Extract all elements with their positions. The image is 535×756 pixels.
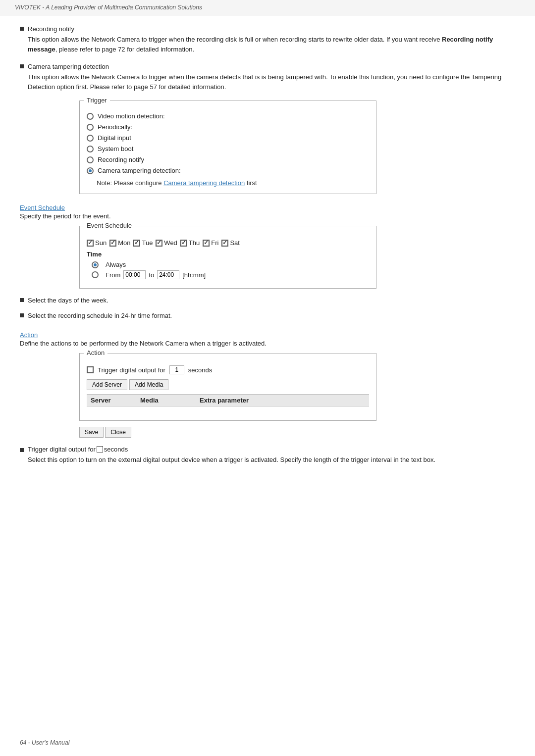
radio-recording-notify[interactable]: [87, 156, 94, 163]
trigger-label-4: Recording notify: [98, 156, 144, 163]
checkbox-tue[interactable]: [133, 240, 140, 247]
from-row[interactable]: From to [hh:mm]: [87, 270, 369, 279]
camera-tampering-section: Camera tampering detection This option a…: [20, 63, 515, 92]
select-days-text: Select the days of the week.: [28, 297, 108, 304]
always-label: Always: [106, 261, 126, 268]
select-schedule-text: Select the recording schedule in 24-hr t…: [28, 312, 172, 319]
action-subtext: Define the actions to be performed by th…: [20, 340, 515, 347]
select-days-bullet: Select the days of the week.: [20, 297, 515, 304]
bullet-icon: [20, 448, 24, 452]
trigger-label-0: Video motion detection:: [98, 112, 165, 120]
checkbox-sat[interactable]: [221, 240, 228, 247]
day-fri[interactable]: Fri: [203, 239, 218, 247]
day-sun-label: Sun: [95, 239, 107, 247]
action-link[interactable]: Action: [20, 331, 38, 339]
time-label: Time: [87, 251, 369, 258]
day-thu-label: Thu: [189, 239, 200, 247]
bullet-icon: [20, 64, 24, 68]
save-close-row: Save Close: [79, 427, 515, 438]
day-wed-label: Wed: [164, 239, 177, 247]
trigger-option-2[interactable]: Digital input: [87, 134, 369, 142]
day-tue[interactable]: Tue: [133, 239, 153, 247]
col-media-header: Media: [136, 397, 196, 404]
trigger-label-3: System boot: [98, 145, 133, 152]
page-footer: 64 - User's Manual: [20, 739, 69, 746]
day-wed[interactable]: Wed: [156, 239, 177, 247]
to-label: to: [149, 271, 154, 279]
trigger-legend: Trigger: [84, 97, 110, 104]
radio-system-boot[interactable]: [87, 146, 94, 152]
table-header: Server Media Extra parameter: [87, 394, 369, 406]
note-suffix: first: [245, 179, 257, 187]
event-schedule-legend: Event Schedule: [84, 222, 135, 229]
day-mon-label: Mon: [118, 239, 130, 247]
recording-notify-body2: , please refer to page 72 for detailed i…: [55, 46, 194, 53]
action-box: Action Trigger digital output for second…: [79, 353, 376, 421]
radio-periodically[interactable]: [87, 124, 94, 131]
note-link[interactable]: Camera tampering detection: [163, 179, 245, 187]
camera-tampering-heading: Camera tampering detection: [28, 63, 109, 70]
action-section: Action Define the actions to be performe…: [20, 331, 515, 347]
day-mon[interactable]: Mon: [109, 239, 130, 247]
trigger-digital-body: Select this option to turn on the extern…: [20, 455, 515, 465]
recording-notify-section: Recording notify This option allows the …: [20, 25, 515, 54]
trigger-digital-checkbox[interactable]: [87, 366, 94, 373]
checkbox-thu[interactable]: [180, 240, 187, 247]
trigger-label-2: Digital input: [98, 134, 131, 142]
trigger-box: Trigger Video motion detection: Periodic…: [79, 101, 376, 194]
trigger-digital-checkbox-inline: [97, 446, 103, 453]
event-schedule-link[interactable]: Event Schedule: [20, 204, 65, 211]
to-input[interactable]: [157, 270, 179, 279]
camera-tampering-body: This option allows the Network Camera to…: [20, 72, 515, 92]
trigger-label-5: Camera tampering detection:: [98, 167, 181, 174]
event-schedule-section: Event Schedule Specify the period for th…: [20, 204, 515, 220]
trigger-label-1: Periodically:: [98, 123, 132, 131]
trigger-option-5[interactable]: Camera tampering detection:: [87, 167, 369, 174]
day-fri-label: Fri: [211, 239, 218, 247]
col-extra-header: Extra parameter: [196, 397, 369, 404]
recording-notify-heading: Recording notify: [28, 25, 74, 33]
page-header: VIVOTEK - A Leading Provider of Multimed…: [0, 0, 535, 15]
footer-text: 64 - User's Manual: [20, 739, 69, 746]
bullet-icon: [20, 313, 24, 317]
trigger-digital-bullet: Trigger digital output for seconds Selec…: [20, 446, 515, 465]
day-tue-label: Tue: [142, 239, 153, 247]
radio-from[interactable]: [92, 271, 99, 278]
header-title: VIVOTEK - A Leading Provider of Multimed…: [15, 4, 202, 11]
recording-notify-body: This option allows the Network Camera to…: [20, 35, 515, 54]
radio-camera-tampering[interactable]: [87, 167, 94, 174]
trigger-note: Note: Please configure Camera tampering …: [87, 179, 369, 187]
trigger-digital-input[interactable]: [169, 365, 184, 374]
radio-always[interactable]: [92, 261, 99, 268]
always-row[interactable]: Always: [87, 261, 369, 268]
add-media-button[interactable]: Add Media: [129, 379, 168, 390]
checkbox-mon[interactable]: [109, 240, 116, 247]
trigger-option-0[interactable]: Video motion detection:: [87, 112, 369, 120]
from-input[interactable]: [123, 270, 146, 279]
from-label: From: [106, 271, 120, 279]
checkbox-wed[interactable]: [156, 240, 162, 247]
day-sat[interactable]: Sat: [221, 239, 240, 247]
event-schedule-subtext: Specify the period for the event.: [20, 212, 515, 220]
trigger-option-1[interactable]: Periodically:: [87, 123, 369, 131]
trigger-option-4[interactable]: Recording notify: [87, 156, 369, 163]
trigger-digital-heading-prefix: Trigger digital output for: [28, 446, 96, 453]
btn-row: Add Server Add Media: [87, 379, 369, 390]
radio-digital-input[interactable]: [87, 135, 94, 142]
note-prefix: Note: Please configure: [97, 179, 163, 187]
action-legend: Action: [84, 349, 107, 356]
bullet-icon: [20, 27, 24, 31]
add-server-button[interactable]: Add Server: [87, 379, 127, 390]
checkbox-sun[interactable]: [87, 240, 94, 247]
trigger-digital-label2: seconds: [188, 366, 212, 374]
close-button[interactable]: Close: [105, 427, 131, 438]
days-row: Sun Mon Tue Wed Thu Fri: [87, 239, 369, 247]
trigger-digital-row: Trigger digital output for seconds: [87, 365, 369, 374]
day-sun[interactable]: Sun: [87, 239, 107, 247]
trigger-option-3[interactable]: System boot: [87, 145, 369, 152]
event-schedule-box: Event Schedule Sun Mon Tue Wed Thu: [79, 226, 376, 289]
day-thu[interactable]: Thu: [180, 239, 200, 247]
save-button[interactable]: Save: [79, 427, 104, 438]
radio-video-motion[interactable]: [87, 113, 94, 120]
checkbox-fri[interactable]: [203, 240, 210, 247]
